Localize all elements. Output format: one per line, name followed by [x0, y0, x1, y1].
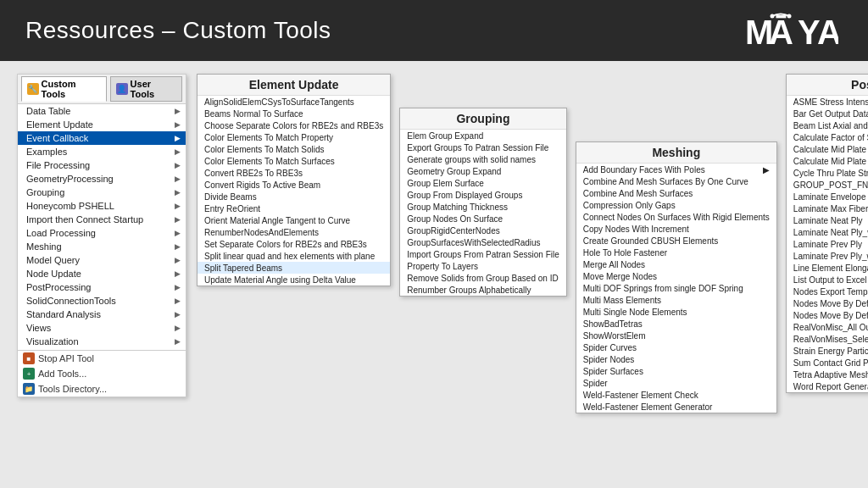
list-item[interactable]: List Output to Excel	[787, 274, 868, 286]
list-item[interactable]: Laminate Neat Ply_with Global Ply	[787, 226, 868, 238]
list-item[interactable]: Multi DOF Springs from single DOF Spring	[576, 282, 776, 294]
list-item[interactable]: Connect Nodes On Surfaces With Rigid Ele…	[576, 211, 776, 223]
list-item[interactable]: Color Elements To Match Solids	[198, 143, 390, 155]
tools-directory-button[interactable]: 📁 Tools Directory...	[18, 381, 186, 396]
list-item[interactable]: Entry ReOrient	[198, 202, 390, 214]
list-item[interactable]: Spider Curves	[576, 341, 776, 353]
list-item[interactable]: Move Merge Nodes	[576, 270, 776, 282]
list-item[interactable]: Group From Displayed Groups	[400, 189, 566, 201]
list-item[interactable]: Calculate Mid Plate Stresses	[787, 143, 868, 155]
list-item[interactable]: Split linear quad and hex elements with …	[198, 250, 390, 262]
list-item[interactable]: Laminate Envelope Failure Indices	[787, 191, 868, 202]
list-item[interactable]: Remove Solids from Group Based on ID	[400, 272, 566, 284]
list-item[interactable]: Spider Surfaces	[576, 365, 776, 377]
menu-item-honeycomb[interactable]: Honeycomb PSHELL ▶	[18, 199, 186, 213]
add-tools-button[interactable]: + Add Tools...	[18, 366, 186, 381]
menu-item-load-processing[interactable]: Load Processing ▶	[18, 226, 186, 240]
list-item[interactable]: Weld-Fastener Element Check	[576, 389, 776, 401]
list-item[interactable]: GroupRigidCenterNodes	[400, 225, 566, 236]
list-item[interactable]: Calculate Factor of Safety for Solid Ele…	[787, 131, 868, 143]
menu-item-element-update[interactable]: Element Update ▶	[18, 118, 186, 131]
header: Ressources – Custom Tools M Ā Y A	[0, 0, 868, 61]
list-item[interactable]: Strain Energy Participation	[787, 345, 868, 357]
list-item[interactable]: RealVonMises_Select Sets	[787, 333, 868, 345]
list-item[interactable]: Set Separate Colors for RBE2s and RBE3s	[198, 238, 390, 250]
list-item[interactable]: Merge All Nodes	[576, 258, 776, 270]
list-item[interactable]: Copy Nodes With Increment	[576, 223, 776, 235]
list-item[interactable]: Weld-Fastener Element Generator	[576, 401, 776, 413]
menu-item-examples[interactable]: Examples ▶	[18, 145, 186, 158]
list-item[interactable]: Spider	[576, 377, 776, 389]
list-item[interactable]: Tetra Adaptive Mesh and Rerun	[787, 369, 868, 380]
list-item[interactable]: Laminate Max Fiber Strain	[787, 202, 868, 214]
list-item[interactable]: GroupSurfacesWithSelectedRadius	[400, 236, 566, 248]
list-item[interactable]: Choose Separate Colors for RBE2s and RBE…	[198, 119, 390, 131]
list-item[interactable]: Combine And Mesh Surfaces	[576, 187, 776, 199]
list-item[interactable]: Divide Beams	[198, 191, 390, 202]
list-item[interactable]: GROUP_POST_FNO	[787, 179, 868, 191]
custom-tools-tab[interactable]: 🔧 Custom Tools	[21, 76, 107, 102]
list-item[interactable]: Laminate Prev Ply	[787, 238, 868, 250]
menu-item-visualization[interactable]: Visualization ▶	[18, 335, 186, 348]
list-item[interactable]: Convert RBE2s To RBE3s	[198, 167, 390, 179]
menu-item-geometry-processing[interactable]: GeometryProcessing ▶	[18, 172, 186, 186]
list-item[interactable]: Color Elements To Match Surfaces	[198, 155, 390, 167]
list-item[interactable]: Add Boundary Faces With Poles▶	[576, 164, 776, 175]
menu-item-node-update[interactable]: Node Update ▶	[18, 267, 186, 280]
list-item[interactable]: Bar Get Output Data	[787, 108, 868, 119]
list-item[interactable]: Line Element Elongation From Displacemen…	[787, 262, 868, 274]
menu-item-views[interactable]: Views ▶	[18, 321, 186, 335]
list-item[interactable]: ASME Stress Intensity Calculator	[787, 96, 868, 108]
list-item[interactable]: Combine And Mesh Surfaces By One Curve	[576, 175, 776, 187]
list-item[interactable]: Export Groups To Patran Session File	[400, 141, 566, 153]
list-item[interactable]: ShowBadTetras	[576, 318, 776, 330]
list-item[interactable]: Spider Nodes	[576, 353, 776, 365]
list-item[interactable]: Laminate Neat Ply	[787, 214, 868, 226]
list-item[interactable]: RenumberNodesAndElements	[198, 226, 390, 238]
list-item[interactable]: Multi Mass Elements	[576, 294, 776, 306]
menu-item-model-query[interactable]: Model Query ▶	[18, 253, 186, 267]
list-item[interactable]: Sum Contact Grid Point Forces▶	[787, 357, 868, 369]
list-item[interactable]: Nodes Move By Deform with Options	[787, 297, 868, 309]
list-item[interactable]: Beam List Axial and Total Shear	[787, 119, 868, 131]
list-item[interactable]: Orient Material Angle Tangent to Curve	[198, 214, 390, 226]
menu-item-postprocessing[interactable]: PostProcessing ▶	[18, 280, 186, 294]
menu-item-data-table[interactable]: Data Table ▶	[18, 104, 186, 118]
menu-item-file-processing[interactable]: File Processing ▶	[18, 158, 186, 172]
list-item[interactable]: Property To Layers	[400, 260, 566, 272]
list-item[interactable]: ShowWorstElem	[576, 330, 776, 341]
list-item[interactable]: Color Elements To Match Property	[198, 131, 390, 143]
list-item[interactable]: Geometry Group Expand	[400, 165, 566, 177]
list-item[interactable]: AlignSolidElemCSysToSurfaceTangents	[198, 96, 390, 108]
list-item[interactable]: Create Grounded CBUSH Elements	[576, 235, 776, 247]
list-item[interactable]: Word Report Generator	[787, 380, 868, 392]
menu-item-import-connect[interactable]: Import then Connect Startup ▶	[18, 213, 186, 226]
menu-item-solid-connection[interactable]: SolidConnectionTools ▶	[18, 294, 186, 308]
list-item[interactable]: Cycle Thru Plate Stress Output Vectors	[787, 167, 868, 179]
list-item[interactable]: Split Tapered Beams	[198, 262, 390, 274]
list-item[interactable]: Elem Group Expand	[400, 130, 566, 141]
list-item[interactable]: Compression Only Gaps	[576, 199, 776, 211]
list-item[interactable]: RealVonMisc_All Output Sets	[787, 321, 868, 333]
list-item[interactable]: Convert Rigids To Active Beam	[198, 179, 390, 191]
menu-item-grouping[interactable]: Grouping ▶	[18, 186, 186, 199]
stop-api-tool-button[interactable]: ■ Stop API Tool	[18, 351, 186, 366]
user-tools-tab[interactable]: 👤 User Tools	[110, 76, 182, 102]
menu-item-meshing[interactable]: Meshing ▶	[18, 240, 186, 253]
list-item[interactable]: Multi Single Node Elements	[576, 306, 776, 318]
list-item[interactable]: Calculate Mid Plate Stresses_Results Bro…	[787, 155, 868, 167]
menu-item-standard-analysis[interactable]: Standard Analysis ▶	[18, 308, 186, 321]
list-item[interactable]: Generate groups with solid names	[400, 153, 566, 165]
menu-item-event-callback[interactable]: Event Callback ▶	[18, 131, 186, 145]
list-item[interactable]: Group Elem Surface	[400, 177, 566, 189]
list-item[interactable]: Hole To Hole Fastener	[576, 247, 776, 258]
list-item[interactable]: Update Material Angle using Delta Value	[198, 274, 390, 286]
list-item[interactable]: Renumber Groups Alphabetically	[400, 284, 566, 296]
list-item[interactable]: Laminate Prev Ply_with Global Ply	[787, 250, 868, 262]
list-item[interactable]: Nodes Move By Deform	[787, 309, 868, 321]
list-item[interactable]: Group Matching Thickness	[400, 201, 566, 213]
list-item[interactable]: Nodes Export Temps To Excel	[787, 286, 868, 297]
list-item[interactable]: Group Nodes On Surface	[400, 213, 566, 225]
list-item[interactable]: Import Groups From Patran Session File	[400, 248, 566, 260]
list-item[interactable]: Beams Normal To Surface	[198, 108, 390, 119]
